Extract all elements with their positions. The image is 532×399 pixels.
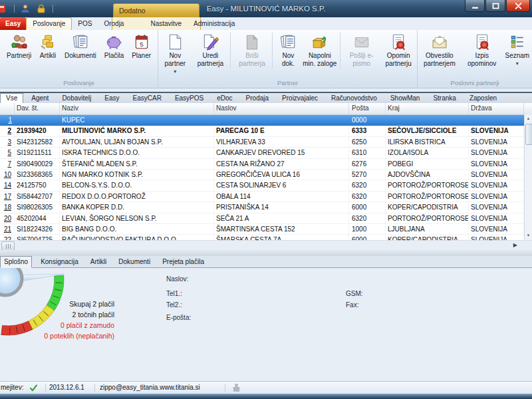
- detail-tab[interactable]: Konsignacija: [37, 256, 82, 267]
- row-number-link[interactable]: 18: [0, 202, 15, 212]
- column-header-rownum[interactable]: [0, 103, 15, 114]
- payment-stat-line: 2 točnih plačil: [27, 309, 114, 320]
- column-header-name[interactable]: Naziv: [60, 103, 214, 114]
- row-number-link[interactable]: 3: [0, 137, 15, 147]
- table-row[interactable]: 10 SI23368365 NGN MARKO KOTNIK S.P. GREG…: [0, 170, 532, 180]
- detail-tab[interactable]: Splošno: [0, 256, 32, 268]
- table-row[interactable]: 1 KUPEC 0000: [0, 115, 532, 126]
- row-number-link[interactable]: 7: [0, 159, 15, 169]
- stamp-icon[interactable]: [231, 383, 241, 393]
- table-row[interactable]: 18 SI98026305 BANKA KOPER D.D. PRISTANIŠ…: [0, 202, 532, 213]
- ribbon-button[interactable]: Artikli ▾: [38, 33, 58, 61]
- ribbon-tab[interactable]: Easy: [0, 17, 26, 30]
- ribbon-button[interactable]: Opomin partnerju ▾: [380, 33, 417, 68]
- user-icon[interactable]: [20, 3, 31, 14]
- row-number-link[interactable]: 5: [0, 148, 15, 158]
- maximize-button[interactable]: [485, 0, 505, 12]
- ribbon-button[interactable]: Briši partnerja ▾: [230, 33, 271, 68]
- ribbon-button[interactable]: Nov dok. ▾: [272, 33, 301, 68]
- table-row[interactable]: 5 SI19211511 ISKRA TECHNICS D.O.O. CANKA…: [0, 148, 532, 158]
- ribbon-tab[interactable]: POS: [72, 17, 98, 30]
- filter-tab[interactable]: Proizvajalec: [277, 93, 323, 103]
- ribbon-tab[interactable]: Nastavitve: [144, 17, 188, 30]
- column-header-vat[interactable]: Dav. št.: [15, 103, 60, 114]
- table-row[interactable]: 14 24125750 BELCON-S.Y.S. D.O.O. CESTA S…: [0, 180, 532, 191]
- table-row[interactable]: 2 21939420 MILUTINOVIĆ MARKO S.P. PARECA…: [0, 126, 532, 136]
- status-separator: [45, 384, 46, 392]
- table-row[interactable]: 20 45202044 LEVIAN, ŠORGO NELSON S.P. SE…: [0, 213, 532, 224]
- column-header-address[interactable]: Naslov: [214, 103, 349, 114]
- ribbon-button[interactable]: Dokumenti ▾: [63, 33, 98, 61]
- toolbar-separator: [14, 5, 15, 13]
- filter-tab[interactable]: Prodaja: [241, 93, 274, 103]
- filter-tab[interactable]: Easy: [99, 93, 124, 103]
- table-row[interactable]: 21 SI18224326 BIG BANG D.O.O. ŠMARTINSKA…: [0, 224, 532, 235]
- ribbon-button[interactable]: Obvestilo partnerjem ▾: [419, 33, 460, 68]
- detail-tab[interactable]: Artikli: [87, 256, 110, 267]
- piggy-bank-icon: [105, 33, 122, 51]
- filter-tab[interactable]: Vse: [0, 93, 23, 103]
- horizontal-scrollbar[interactable]: ▶: [0, 240, 532, 250]
- ribbon-button[interactable]: Uredi partnerja ▾: [192, 33, 229, 68]
- filter-tab[interactable]: Zaposlen: [464, 93, 502, 103]
- filter-tab[interactable]: Agent: [26, 93, 54, 103]
- cell-vat-number: [15, 115, 60, 125]
- filter-tab[interactable]: Računovodstvo: [326, 93, 382, 103]
- table-row[interactable]: 3 SI42312582 AVTOULJAN, ULJAN BOJAN S.P.…: [0, 137, 532, 148]
- field-label-gsm: GSM:: [346, 290, 363, 297]
- table-row[interactable]: 17 SI58442707 REDOX D.O.O.PORTOROŽ OBALA…: [0, 192, 532, 202]
- svg-text:5: 5: [140, 41, 144, 48]
- row-number-link[interactable]: 2: [0, 126, 15, 136]
- ribbon-tab[interactable]: Orodja: [98, 17, 130, 30]
- row-number-link[interactable]: 10: [0, 170, 15, 180]
- row-number-link[interactable]: 17: [0, 192, 15, 201]
- row-number-link[interactable]: 20: [0, 213, 15, 223]
- scroll-up-icon[interactable]: ▲: [525, 114, 532, 123]
- ribbon-tab[interactable]: Poslovanje: [26, 17, 72, 30]
- ribbon-button[interactable]: Partnerji ▾: [5, 33, 33, 61]
- filter-tab[interactable]: EasyCAR: [128, 93, 167, 103]
- scroll-right-icon[interactable]: ▶: [513, 242, 517, 248]
- filter-tab[interactable]: ShowMan: [385, 93, 425, 103]
- panel-splitter[interactable]: [0, 250, 532, 256]
- dropdown-arrow-icon: ▾: [516, 61, 519, 66]
- minimize-button[interactable]: [465, 0, 485, 12]
- cell-postcode: 6310: [349, 148, 386, 158]
- column-header-post[interactable]: Pošta: [349, 103, 386, 114]
- quick-access-toolbar: [0, 2, 53, 15]
- detail-tab[interactable]: Dokumenti: [115, 256, 154, 267]
- vertical-scrollbar[interactable]: ▲ ▼: [524, 114, 532, 240]
- filter-tab[interactable]: Stranka: [428, 93, 461, 103]
- close-button[interactable]: [506, 0, 530, 12]
- ribbon-button[interactable]: Izpis opominov ▾: [462, 33, 503, 68]
- table-row[interactable]: 7 SI90490029 ŠTEFANIČ MLADEN S.P. CESTA …: [0, 159, 532, 170]
- filter-tab[interactable]: eDoc: [211, 93, 237, 103]
- ribbon-button[interactable]: Seznam ▾: [503, 33, 531, 67]
- ribbon-tab[interactable]: Administracija: [188, 17, 241, 30]
- cell-address: VILHARJEVA 33: [214, 137, 349, 147]
- ribbon-button[interactable]: 5 Planer ▾: [130, 33, 152, 61]
- ribbon-button[interactable]: Nov partner ▾: [158, 33, 192, 75]
- cell-vat-number: SI90490029: [15, 159, 60, 169]
- cell-postcode: 6320: [349, 180, 386, 190]
- filter-tab[interactable]: Dobavitelj: [57, 93, 96, 103]
- app-icon[interactable]: [0, 3, 8, 14]
- cell-postcode: 6000: [349, 202, 386, 212]
- ribbon-button[interactable]: Napolni min. zaloge ▾: [301, 33, 338, 68]
- vertical-scroll-thumb[interactable]: [525, 124, 532, 145]
- row-number-link[interactable]: 1: [0, 115, 15, 125]
- scroll-down-icon[interactable]: ▼: [525, 231, 532, 240]
- row-number-link[interactable]: 14: [0, 180, 15, 190]
- column-header-city[interactable]: Kraj: [386, 103, 469, 114]
- detail-tab[interactable]: Prejeta plačila: [159, 256, 207, 267]
- horizontal-scroll-grip[interactable]: [1, 241, 15, 251]
- row-number-link[interactable]: 21: [0, 224, 15, 234]
- cell-city: [386, 115, 469, 125]
- lock-icon[interactable]: [36, 3, 47, 14]
- filter-tab[interactable]: EasyPOS: [170, 93, 209, 103]
- column-header-country[interactable]: Država: [469, 103, 524, 114]
- ribbon-button[interactable]: Pošlji e-pismo ▾: [340, 33, 380, 68]
- ribbon-button[interactable]: Plačila ▾: [103, 33, 125, 61]
- cell-country: [469, 115, 524, 125]
- ribbon-group-partner: Nov partner ▾ Uredi partnerja ▾ Briši pa…: [158, 30, 418, 88]
